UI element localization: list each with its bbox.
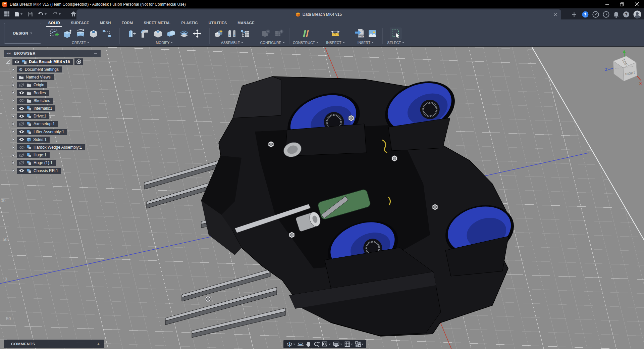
- tree-item-label[interactable]: Huge:1: [34, 153, 47, 157]
- eye-visible-icon[interactable]: [19, 114, 24, 118]
- document-tab-close-icon[interactable]: [552, 12, 558, 17]
- combine-icon[interactable]: [165, 28, 177, 40]
- measure-icon[interactable]: [329, 28, 341, 40]
- expand-arrow-icon[interactable]: [12, 153, 15, 157]
- expand-arrow-icon[interactable]: [12, 122, 15, 126]
- insert-group-label[interactable]: INSERT: [358, 41, 370, 45]
- press-pull-icon[interactable]: [126, 28, 138, 40]
- orbit-tool[interactable]: [286, 341, 296, 347]
- browser-tree-row[interactable]: Hardox Wedge Assembly:1: [4, 144, 85, 151]
- save-button[interactable]: [26, 8, 34, 19]
- tab-form[interactable]: FORM: [116, 19, 139, 27]
- browser-tree-row[interactable]: Drive:1: [4, 113, 49, 119]
- extensions-icon[interactable]: [582, 11, 589, 19]
- eye-hidden-icon[interactable]: [19, 161, 24, 165]
- notification-bell-icon[interactable]: [613, 11, 619, 19]
- expand-arrow-icon[interactable]: [12, 91, 15, 95]
- tree-item-label[interactable]: Drive:1: [34, 114, 46, 118]
- app-grid-icon[interactable]: [3, 8, 11, 19]
- user-avatar[interactable]: [633, 10, 641, 20]
- expand-arrow-icon[interactable]: [12, 68, 15, 71]
- browser-tree-row[interactable]: Internals:1: [4, 105, 55, 112]
- browser-tree-row[interactable]: ⚙Document Settings: [4, 66, 62, 73]
- tab-utilities[interactable]: UTILITIES: [203, 19, 232, 27]
- create-group-label[interactable]: CREATE: [72, 41, 86, 45]
- browser-tree-row[interactable]: Huge (1):1: [4, 159, 56, 166]
- tree-item-label[interactable]: Named Views: [26, 75, 51, 80]
- shell-icon[interactable]: [152, 28, 164, 40]
- tree-item-label[interactable]: Sides:1: [33, 137, 47, 142]
- root-component-label[interactable]: Data Breach MK4 v15: [29, 59, 70, 64]
- select-group-label[interactable]: SELECT: [387, 41, 401, 45]
- move-copy-icon[interactable]: [191, 28, 203, 40]
- eye-visible-icon[interactable]: [19, 138, 24, 141]
- eye-hidden-icon[interactable]: [19, 146, 24, 149]
- expanded-triangle-icon[interactable]: [6, 60, 10, 64]
- minimize-panel-icon[interactable]: [94, 53, 97, 54]
- configure-group-label[interactable]: CONFIGURE: [260, 41, 281, 45]
- tree-item-label[interactable]: Chassis RR:1: [34, 168, 58, 173]
- offset-face-icon[interactable]: [178, 28, 190, 40]
- expand-arrow-icon[interactable]: [12, 107, 15, 110]
- select-tool-icon[interactable]: [390, 28, 402, 40]
- expand-arrow-icon[interactable]: [12, 99, 15, 102]
- tab-solid[interactable]: SOLID: [43, 19, 65, 27]
- viewports-tool[interactable]: [355, 341, 364, 347]
- project-geometry-icon[interactable]: [101, 28, 113, 40]
- tree-item-label[interactable]: Hardox Wedge Assembly:1: [34, 145, 82, 150]
- pan-tool[interactable]: [306, 341, 312, 347]
- tree-item-label[interactable]: Lifter Assembly:1: [34, 130, 64, 134]
- redo-button[interactable]: [50, 8, 62, 19]
- tree-item-label[interactable]: Origin: [34, 83, 44, 87]
- browser-tree-row[interactable]: Origin: [4, 82, 47, 88]
- joint-icon[interactable]: [226, 28, 238, 40]
- eye-visible-icon[interactable]: [19, 91, 24, 95]
- expand-arrow-icon[interactable]: [12, 114, 15, 118]
- browser-tree-row[interactable]: Axe setup:1: [4, 120, 58, 127]
- restore-button[interactable]: [614, 0, 629, 8]
- revolve-icon[interactable]: [74, 28, 87, 40]
- eye-hidden-icon[interactable]: [19, 122, 24, 126]
- extrude-icon[interactable]: [61, 28, 73, 40]
- comments-bar[interactable]: COMMENTS +: [4, 340, 104, 348]
- inspect-group-label[interactable]: INSPECT: [326, 41, 341, 45]
- browser-tree-row[interactable]: Lifter Assembly:1: [4, 129, 67, 135]
- fillet-icon[interactable]: [139, 28, 151, 40]
- expand-arrow-icon[interactable]: [12, 76, 15, 79]
- add-comment-icon[interactable]: +: [97, 341, 100, 347]
- look-at-tool[interactable]: [297, 342, 304, 347]
- expand-arrow-icon[interactable]: [12, 169, 15, 172]
- tab-manage[interactable]: MANAGE: [232, 19, 260, 27]
- assemble-group-label[interactable]: ASSEMBLE: [221, 41, 240, 45]
- browser-tree-row[interactable]: Huge:1: [4, 152, 50, 158]
- insert-svg-icon[interactable]: SVG: [353, 28, 365, 40]
- eye-visible-icon[interactable]: [19, 169, 24, 172]
- tab-sheet-metal[interactable]: SHEET METAL: [138, 19, 176, 27]
- tree-item-label[interactable]: Sketches: [34, 98, 50, 103]
- expand-arrow-icon[interactable]: [12, 130, 15, 134]
- configuration-icon[interactable]: [260, 28, 272, 40]
- 3d-canvas[interactable]: 00 50 0 50 ◂◂ BROWSER Data Breach MK4 v1…: [0, 47, 644, 349]
- construction-plane-icon[interactable]: [300, 28, 312, 40]
- minimize-button[interactable]: [600, 0, 614, 8]
- undo-button[interactable]: [36, 8, 48, 19]
- new-tab-button[interactable]: [572, 12, 576, 18]
- design-workspace-selector[interactable]: DESIGN: [4, 23, 41, 44]
- browser-header[interactable]: ◂◂ BROWSER: [4, 50, 101, 57]
- tree-item-label[interactable]: Document Settings: [25, 67, 59, 72]
- new-component-icon[interactable]: [213, 28, 225, 40]
- expand-arrow-icon[interactable]: [12, 138, 15, 141]
- eye-hidden-icon[interactable]: [19, 153, 24, 157]
- insert-canvas-icon[interactable]: [366, 28, 378, 40]
- tab-plastic[interactable]: PLASTIC: [176, 19, 203, 27]
- construct-group-label[interactable]: CONSTRUCT: [293, 41, 315, 45]
- tree-item-label[interactable]: Axe setup:1: [34, 121, 55, 126]
- rigid-group-icon[interactable]: [239, 28, 251, 40]
- viewcube[interactable]: TOP RIGHT Z X: [603, 48, 643, 88]
- browser-tree-row[interactable]: Sketches: [4, 97, 53, 104]
- fit-tool[interactable]: [322, 341, 331, 347]
- create-sketch-icon[interactable]: [48, 28, 60, 40]
- close-button[interactable]: [629, 0, 644, 8]
- tab-mesh[interactable]: MESH: [95, 19, 116, 27]
- help-icon[interactable]: ?: [623, 11, 630, 19]
